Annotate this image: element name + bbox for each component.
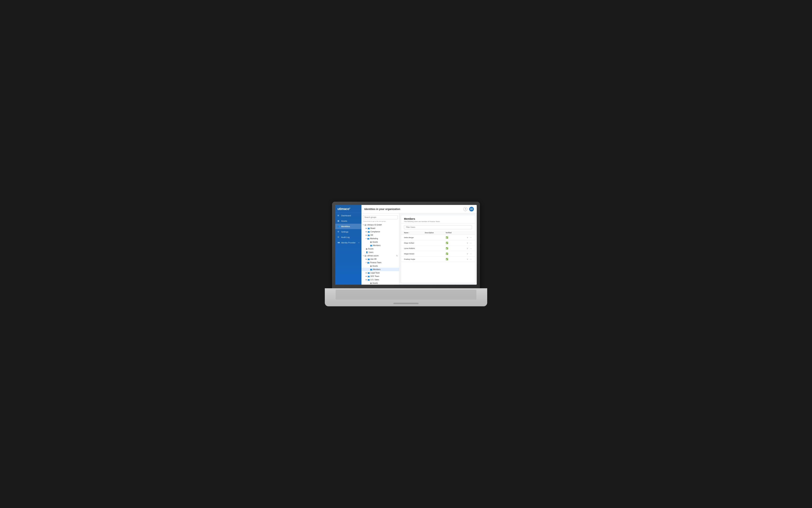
tree-item-label: SOC Team: [370, 275, 379, 277]
org-icon: 🏢: [364, 224, 366, 226]
col-verified-label: Verified: [446, 232, 452, 234]
member-verified: ✅: [446, 258, 461, 260]
assets-icon: ▦: [370, 241, 372, 243]
member-name: Lynne Robbins: [404, 248, 425, 249]
top-bar-right: ? DR: [463, 207, 474, 211]
tree-item-ussales-assets[interactable]: ▦ Assets: [361, 282, 399, 285]
member-verified: ✅: [446, 253, 461, 255]
help-label: ?: [465, 208, 466, 210]
assets-icon: ▦: [370, 265, 372, 267]
chevron-icon: ▶: [366, 276, 367, 277]
screen-inner: utimaco® ⊞ Dashboard ▦ Assets 👥 Identiti…: [335, 205, 477, 285]
group-icon: 👥: [367, 262, 369, 263]
sort-icon: ↑: [409, 232, 410, 234]
tree-item-label: Assets: [372, 282, 378, 284]
sidebar-item-label: Dashboard: [341, 214, 351, 217]
tree-item-label: Assets: [368, 248, 373, 250]
members-subtitle: The following users are member of Financ…: [404, 221, 472, 222]
avatar[interactable]: DR: [469, 207, 474, 211]
verified-checkmark-icon: ✅: [446, 253, 448, 255]
navigate-button[interactable]: →: [470, 247, 472, 250]
help-button[interactable]: ?: [463, 207, 468, 211]
tree-item-label: Finance Team: [370, 262, 381, 263]
row-actions: ∨ →: [461, 242, 472, 244]
chevron-icon: ▾: [363, 224, 364, 226]
navigate-button[interactable]: →: [470, 252, 472, 255]
navigate-button[interactable]: →: [470, 242, 472, 244]
chevron-icon: ▾: [366, 238, 366, 240]
sidebar-item-label: Settings: [341, 231, 349, 233]
verified-checkmark-icon: ✅: [446, 242, 448, 244]
refresh-icon[interactable]: ↻: [396, 255, 398, 257]
group-icon: 👥: [368, 275, 370, 277]
sidebar-item-assets[interactable]: ▦ Assets: [335, 218, 361, 224]
expand-button[interactable]: ∨: [466, 252, 469, 255]
search-hint: Press Enter to go to the next group: [361, 220, 399, 223]
sidebar-item-settings[interactable]: ⚙ Settings: [335, 229, 361, 235]
keyboard-base: [325, 288, 487, 306]
sidebar-item-label: Identities: [341, 225, 350, 227]
table-row: Debra Berger ✅ ∨ →: [401, 235, 475, 240]
row-actions: ∨ →: [461, 236, 472, 239]
tree-item-finance-assets[interactable]: ▦ Assets: [361, 264, 399, 268]
chevron-icon: ▶: [366, 279, 367, 281]
tree-item-label: Users: [369, 251, 373, 253]
tree-item-us-sales[interactable]: ▶ 👥 U.S. Sales: [361, 278, 399, 282]
expand-button[interactable]: ∨: [466, 258, 469, 260]
tree-item-utimaco-azure[interactable]: ▾ 🏢 utimaco.azure ↻: [361, 254, 399, 257]
tree-item-marketing[interactable]: ▾ 👥 Marketing: [361, 237, 399, 240]
table-row: Megan Bowen ✅ ∨ →: [401, 251, 475, 257]
tree-item-marketing-members[interactable]: 👥 Members: [361, 244, 399, 247]
main-content: Identities in your organization ? DR: [361, 205, 477, 285]
navigate-button[interactable]: →: [470, 258, 472, 260]
filter-users-input[interactable]: [404, 225, 472, 229]
tree-item-legal-team[interactable]: ▶ 👥 Legal Team: [361, 271, 399, 274]
col-name-label: Name: [404, 232, 409, 234]
screen-bezel: utimaco® ⊞ Dashboard ▦ Assets 👥 Identiti…: [332, 202, 480, 290]
tree-item-label: HR: [370, 234, 373, 236]
group-icon: 👥: [368, 227, 370, 229]
table-row: Diego Siciliani ✅ ∨ →: [401, 240, 475, 246]
sidebar: utimaco® ⊞ Dashboard ▦ Assets 👥 Identiti…: [335, 205, 361, 285]
chevron-icon: ▾: [363, 255, 364, 257]
member-verified: ✅: [446, 236, 461, 239]
col-description-label: Description: [425, 232, 434, 234]
tree-item-finance-members[interactable]: 👥 Members: [361, 268, 399, 271]
page-title: Identities in your organization: [364, 208, 400, 211]
tree-item-soc-team[interactable]: ▶ 👥 SOC Team: [361, 274, 399, 278]
sidebar-item-identity-provider[interactable]: 🪪 Identity Provider ▾: [335, 240, 361, 245]
tree-item-label: U.S. Sales: [370, 279, 379, 281]
tree-item-assets-l1[interactable]: ▦ Assets: [361, 247, 399, 251]
tree-item-marketing-assets[interactable]: ▦ Assets: [361, 240, 399, 244]
verified-checkmark-icon: ✅: [446, 247, 448, 249]
sidebar-item-audit-log[interactable]: ☰ Audit Log: [335, 235, 361, 240]
tree-item-utimaco-is-gmbh[interactable]: ▾ 🏢 Utimaco IS GmbH: [361, 223, 399, 226]
chevron-icon: ▶: [366, 258, 367, 260]
tree-item-compliance[interactable]: ▶ 👥 Compliance: [361, 230, 399, 234]
expand-button[interactable]: ∨: [466, 247, 469, 250]
navigate-button[interactable]: →: [470, 236, 472, 239]
group-icon: 👥: [368, 231, 370, 233]
chevron-icon: ▶: [366, 231, 367, 232]
sidebar-item-label: Assets: [341, 220, 347, 222]
sidebar-item-dashboard[interactable]: ⊞ Dashboard: [335, 213, 361, 218]
group-icon: 👥: [368, 279, 370, 281]
member-name: Megan Bowen: [404, 253, 425, 255]
member-name: Diego Siciliani: [404, 242, 425, 244]
chevron-icon: ▶: [366, 227, 367, 229]
tree-item-label: Assets: [372, 241, 378, 243]
tree-item-users-l1[interactable]: 👤 Users: [361, 251, 399, 254]
tree-item-hr[interactable]: ▶ 👥 HR: [361, 234, 399, 237]
members-title: Members: [404, 217, 472, 220]
users-icon: 👤: [366, 251, 368, 253]
top-bar: Identities in your organization ? DR: [361, 205, 477, 213]
expand-button[interactable]: ∨: [466, 242, 469, 244]
group-icon: 👥: [368, 272, 370, 274]
tree-item-board[interactable]: ▶ 👥 Board: [361, 226, 399, 230]
sidebar-item-identities[interactable]: 👥 Identities: [335, 224, 361, 229]
tree-item-ask-hr[interactable]: ▶ 👥 Ask HR: [361, 257, 399, 261]
expand-button[interactable]: ∨: [466, 236, 469, 239]
search-groups-input[interactable]: [363, 215, 398, 219]
assets-icon: ▦: [370, 282, 372, 284]
tree-item-finance-team[interactable]: ▾ 👥 Finance Team: [361, 261, 399, 264]
